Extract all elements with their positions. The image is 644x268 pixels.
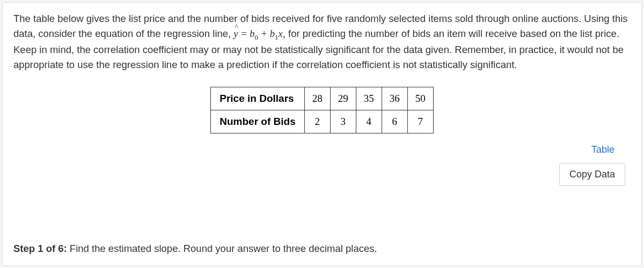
table-row: Number of Bids 2 3 4 6 7 [211,110,433,133]
step-label: Step 1 of 6: [13,243,67,254]
row-header-price: Price in Dollars [211,87,304,110]
table-cell: 36 [382,87,407,110]
step-instruction-text: Find the estimated slope. Round your ans… [67,243,377,254]
table-cell: 28 [304,87,330,110]
table-row: Price in Dollars 28 29 35 36 50 [211,87,433,110]
copy-data-button[interactable]: Copy Data [559,163,625,186]
data-table: Price in Dollars 28 29 35 36 50 Number o… [210,87,433,133]
step-instruction: Step 1 of 6: Find the estimated slope. R… [13,243,377,255]
table-cell: 3 [330,110,356,133]
row-header-bids: Number of Bids [211,110,304,133]
table-cell: 7 [407,110,433,133]
actions-area: Table Copy Data [13,144,631,186]
table-cell: 35 [356,87,382,110]
regression-equation: y = b0 + b1x [233,28,282,39]
table-cell: 6 [382,110,407,133]
table-link[interactable]: Table [13,144,614,155]
problem-container: The table below gives the list price and… [2,2,642,266]
table-cell: 4 [356,110,382,133]
table-cell: 50 [407,87,433,110]
problem-statement: The table below gives the list price and… [13,11,631,72]
table-cell: 29 [330,87,356,110]
table-cell: 2 [304,110,330,133]
